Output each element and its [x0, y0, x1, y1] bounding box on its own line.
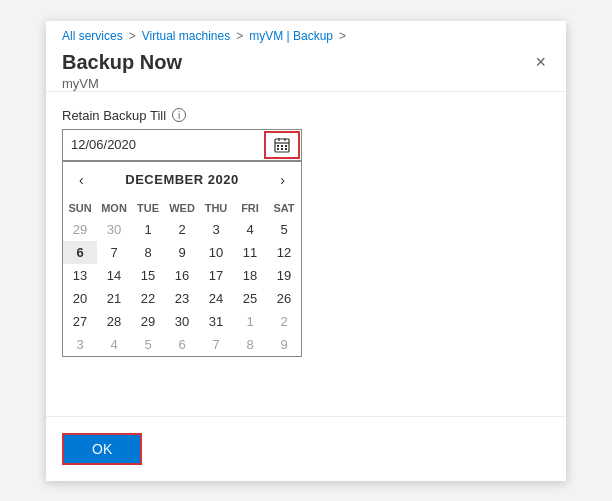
calendar-day[interactable]: 1 [233, 310, 267, 333]
calendar-day[interactable]: 28 [97, 310, 131, 333]
calendar-next-button[interactable]: › [274, 170, 291, 190]
calendar-day[interactable]: 16 [165, 264, 199, 287]
calendar-day-headers: SUN MON TUE WED THU FRI SAT [63, 198, 301, 218]
calendar-week: 13141516171819 [63, 264, 301, 287]
calendar-day[interactable]: 23 [165, 287, 199, 310]
calendar-week: 20212223242526 [63, 287, 301, 310]
calendar-day[interactable]: 14 [97, 264, 131, 287]
svg-rect-9 [285, 148, 287, 150]
calendar-week: 3456789 [63, 333, 301, 356]
calendar-day[interactable]: 22 [131, 287, 165, 310]
calendar-week: 272829303112 [63, 310, 301, 333]
calendar-day[interactable]: 12 [267, 241, 301, 264]
calendar-day[interactable]: 24 [199, 287, 233, 310]
svg-rect-4 [277, 145, 279, 147]
breadcrumb-all-services[interactable]: All services [62, 29, 123, 43]
ok-button[interactable]: OK [62, 433, 142, 465]
calendar-day[interactable]: 9 [165, 241, 199, 264]
day-header-sun: SUN [63, 198, 97, 218]
calendar-grid: SUN MON TUE WED THU FRI SAT 293012345678… [63, 198, 301, 356]
calendar-day[interactable]: 25 [233, 287, 267, 310]
calendar-day[interactable]: 30 [97, 218, 131, 241]
day-header-mon: MON [97, 198, 131, 218]
calendar-day[interactable]: 6 [63, 241, 97, 264]
backup-panel: All services > Virtual machines > myVM |… [46, 21, 566, 481]
calendar-day[interactable]: 17 [199, 264, 233, 287]
calendar-day[interactable]: 3 [199, 218, 233, 241]
panel-header: Backup Now myVM × [46, 43, 566, 91]
calendar-prev-button[interactable]: ‹ [73, 170, 90, 190]
calendar-day[interactable]: 2 [267, 310, 301, 333]
calendar-day[interactable]: 21 [97, 287, 131, 310]
day-header-fri: FRI [233, 198, 267, 218]
calendar-month-year: DECEMBER 2020 [125, 172, 238, 187]
calendar-day[interactable]: 8 [131, 241, 165, 264]
calendar-day[interactable]: 29 [131, 310, 165, 333]
calendar-week: 293012345 [63, 218, 301, 241]
calendar-day[interactable]: 10 [199, 241, 233, 264]
info-icon: i [172, 108, 186, 122]
breadcrumb-sep-3: > [339, 29, 346, 43]
calendar-day[interactable]: 5 [131, 333, 165, 356]
svg-rect-7 [277, 148, 279, 150]
day-header-wed: WED [165, 198, 199, 218]
calendar-day[interactable]: 7 [97, 241, 131, 264]
calendar-day[interactable]: 20 [63, 287, 97, 310]
calendar-body: 2930123456789101112131415161718192021222… [63, 218, 301, 356]
calendar-day[interactable]: 29 [63, 218, 97, 241]
calendar-day[interactable]: 4 [233, 218, 267, 241]
breadcrumb-sep-2: > [236, 29, 243, 43]
calendar-day[interactable]: 1 [131, 218, 165, 241]
calendar-day[interactable]: 26 [267, 287, 301, 310]
panel-subtitle: myVM [62, 76, 182, 91]
retain-backup-label: Retain Backup Till [62, 108, 166, 123]
breadcrumb-myvm-backup[interactable]: myVM | Backup [249, 29, 333, 43]
calendar-day[interactable]: 6 [165, 333, 199, 356]
day-header-sat: SAT [267, 198, 301, 218]
close-button[interactable]: × [531, 51, 550, 73]
svg-rect-5 [281, 145, 283, 147]
field-label: Retain Backup Till i [62, 108, 550, 123]
calendar-header: ‹ DECEMBER 2020 › [63, 162, 301, 198]
calendar-day[interactable]: 3 [63, 333, 97, 356]
calendar-day[interactable]: 11 [233, 241, 267, 264]
breadcrumb-virtual-machines[interactable]: Virtual machines [142, 29, 231, 43]
calendar-week: 6789101112 [63, 241, 301, 264]
calendar-day[interactable]: 8 [233, 333, 267, 356]
calendar-day[interactable]: 7 [199, 333, 233, 356]
panel-body: Retain Backup Till i [46, 92, 566, 404]
calendar-day[interactable]: 5 [267, 218, 301, 241]
calendar-day[interactable]: 31 [199, 310, 233, 333]
calendar-icon [274, 137, 290, 153]
calendar-day[interactable]: 19 [267, 264, 301, 287]
calendar-day[interactable]: 18 [233, 264, 267, 287]
calendar-day[interactable]: 15 [131, 264, 165, 287]
date-input[interactable] [63, 132, 263, 157]
calendar-day[interactable]: 2 [165, 218, 199, 241]
breadcrumb-sep-1: > [129, 29, 136, 43]
calendar-day[interactable]: 27 [63, 310, 97, 333]
calendar-day[interactable]: 30 [165, 310, 199, 333]
panel-footer: OK [46, 416, 566, 481]
day-header-tue: TUE [131, 198, 165, 218]
calendar-day[interactable]: 13 [63, 264, 97, 287]
panel-title: Backup Now [62, 51, 182, 74]
breadcrumb: All services > Virtual machines > myVM |… [46, 21, 566, 43]
date-input-wrapper [62, 129, 302, 161]
calendar-container: ‹ DECEMBER 2020 › SUN MON TUE WED THU FR… [62, 161, 302, 357]
svg-rect-6 [285, 145, 287, 147]
svg-rect-8 [281, 148, 283, 150]
calendar-day[interactable]: 9 [267, 333, 301, 356]
calendar-toggle-button[interactable] [264, 131, 300, 159]
calendar-day[interactable]: 4 [97, 333, 131, 356]
day-header-thu: THU [199, 198, 233, 218]
